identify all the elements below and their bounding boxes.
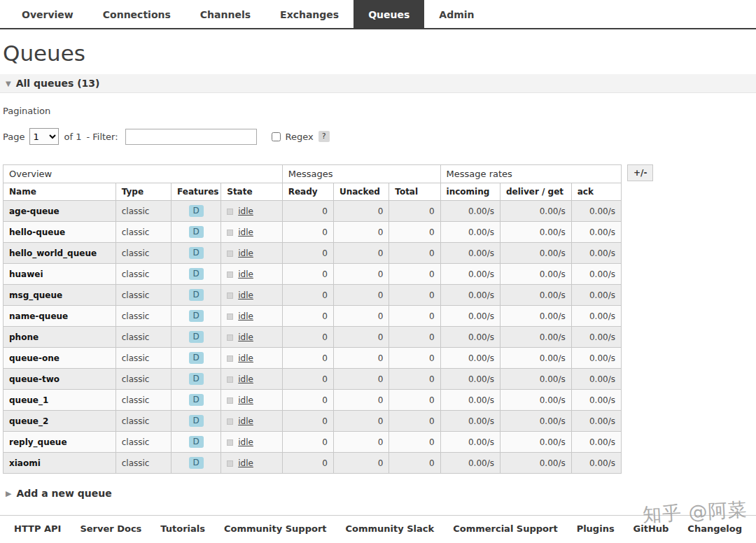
queue-name-link[interactable]: hello-queue [4, 222, 116, 243]
tab-exchanges[interactable]: Exchanges [265, 0, 354, 28]
ack-rate: 0.00/s [571, 411, 621, 432]
ready-count: 0 [282, 411, 333, 432]
durable-badge: D [189, 226, 204, 238]
ready-count: 0 [282, 348, 333, 369]
deliver-get-rate: 0.00/s [500, 264, 572, 285]
ack-rate: 0.00/s [571, 222, 621, 243]
column-header-deliver-get[interactable]: deliver / get [500, 183, 572, 201]
state-label: idle [238, 332, 253, 342]
queue-type: classic [115, 306, 171, 327]
queue-name-link[interactable]: hello_world_queue [4, 243, 116, 264]
column-header-state[interactable]: State [221, 183, 283, 201]
unacked-count: 0 [333, 222, 388, 243]
ack-rate: 0.00/s [571, 306, 621, 327]
footer-link-github[interactable]: GitHub [634, 523, 669, 534]
help-icon[interactable]: ? [318, 131, 330, 142]
queue-name-link[interactable]: queue-one [4, 348, 116, 369]
total-count: 0 [389, 348, 440, 369]
column-toggle-button[interactable]: +/- [627, 164, 653, 181]
queue-name-link[interactable]: huawei [4, 264, 116, 285]
tab-channels[interactable]: Channels [186, 0, 265, 28]
footer-link-tutorials[interactable]: Tutorials [160, 523, 205, 534]
column-header-name[interactable]: Name [4, 183, 116, 201]
footer-link-http-api[interactable]: HTTP API [14, 523, 61, 534]
queue-type: classic [115, 432, 171, 453]
state-label: idle [238, 395, 253, 405]
of-pages-label: of 1 [64, 132, 81, 142]
queue-name-link[interactable]: age-queue [4, 201, 116, 222]
column-header-incoming[interactable]: incoming [440, 183, 500, 201]
queue-row-reply-queue: reply_queueclassicDidle0000.00/s0.00/s0.… [4, 432, 622, 453]
durable-badge: D [189, 373, 204, 385]
state-label: idle [238, 437, 253, 447]
state-label: idle [238, 269, 253, 279]
column-header-features[interactable]: Features [172, 183, 221, 201]
column-header-total[interactable]: Total [389, 183, 440, 201]
ack-rate: 0.00/s [571, 348, 621, 369]
queue-name-link[interactable]: xiaomi [4, 453, 116, 474]
ack-rate: 0.00/s [571, 285, 621, 306]
queue-name-link[interactable]: msg_queue [4, 285, 116, 306]
queue-row-xiaomi: xiaomiclassicDidle0000.00/s0.00/s0.00/s [4, 453, 622, 474]
deliver-get-rate: 0.00/s [500, 369, 572, 390]
state-indicator-icon [227, 397, 233, 404]
queue-features: D [172, 348, 221, 369]
column-header-type[interactable]: Type [115, 183, 171, 201]
footer-link-changelog[interactable]: Changelog [687, 523, 742, 534]
state-indicator-icon [227, 209, 233, 215]
durable-badge: D [189, 247, 204, 259]
queue-row-age-queue: age-queueclassicDidle0000.00/s0.00/s0.00… [4, 201, 622, 222]
queue-features: D [172, 222, 221, 243]
ack-rate: 0.00/s [571, 432, 621, 453]
queue-type: classic [115, 222, 171, 243]
queue-name-link[interactable]: name-queue [4, 306, 116, 327]
column-header-ack[interactable]: ack [571, 183, 621, 201]
footer-links-bar: HTTP APIServer DocsTutorialsCommunity Su… [0, 515, 756, 543]
queue-row-name-queue: name-queueclassicDidle0000.00/s0.00/s0.0… [4, 306, 622, 327]
all-queues-section-header[interactable]: ▼ All queues (13) [0, 74, 756, 93]
tab-overview[interactable]: Overview [7, 0, 88, 28]
regex-label: Regex [286, 132, 314, 142]
footer-link-plugins[interactable]: Plugins [577, 523, 615, 534]
state-label: idle [238, 227, 253, 237]
page-select[interactable]: 1 [29, 128, 59, 145]
state-label: idle [238, 290, 253, 300]
queue-name-link[interactable]: reply_queue [4, 432, 116, 453]
footer-link-community-support[interactable]: Community Support [224, 523, 327, 534]
column-header-ready[interactable]: Ready [282, 183, 333, 201]
queue-features: D [172, 243, 221, 264]
queue-name-link[interactable]: phone [4, 327, 116, 348]
footer-link-community-slack[interactable]: Community Slack [346, 523, 435, 534]
queue-state: idle [221, 369, 283, 390]
tab-connections[interactable]: Connections [88, 0, 186, 28]
unacked-count: 0 [333, 390, 388, 411]
queue-features: D [172, 264, 221, 285]
queue-name-link[interactable]: queue_1 [4, 390, 116, 411]
durable-badge: D [189, 394, 204, 406]
total-count: 0 [389, 411, 440, 432]
tab-queues[interactable]: Queues [354, 0, 424, 28]
queue-state: idle [221, 411, 283, 432]
add-new-queue-section[interactable]: ▶ Add a new queue [6, 488, 756, 499]
filter-input[interactable] [125, 129, 257, 145]
queue-name-link[interactable]: queue_2 [4, 411, 116, 432]
column-header-unacked[interactable]: Unacked [333, 183, 388, 201]
footer-link-server-docs[interactable]: Server Docs [80, 523, 141, 534]
ack-rate: 0.00/s [571, 369, 621, 390]
total-count: 0 [389, 327, 440, 348]
queue-row-phone: phoneclassicDidle0000.00/s0.00/s0.00/s [4, 327, 622, 348]
state-label: idle [238, 311, 253, 321]
ack-rate: 0.00/s [571, 243, 621, 264]
column-group-message-rates: Message rates [440, 165, 621, 183]
regex-checkbox[interactable] [272, 132, 281, 141]
deliver-get-rate: 0.00/s [500, 432, 572, 453]
pagination-controls: Page 1 of 1 - Filter: Regex ? [3, 128, 756, 145]
state-indicator-icon [227, 376, 233, 383]
ready-count: 0 [282, 222, 333, 243]
durable-badge: D [189, 436, 204, 448]
durable-badge: D [189, 289, 204, 301]
column-group-overview: Overview [4, 165, 283, 183]
tab-admin[interactable]: Admin [424, 0, 489, 28]
queue-name-link[interactable]: queue-two [4, 369, 116, 390]
footer-link-commercial-support[interactable]: Commercial Support [453, 523, 558, 534]
